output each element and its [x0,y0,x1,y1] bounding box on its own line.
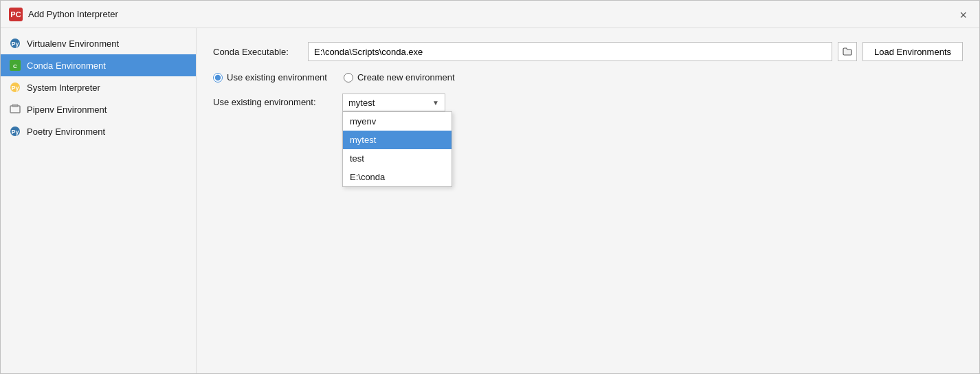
conda-executable-input[interactable] [308,42,832,61]
dropdown-item-mytest[interactable]: mytest [343,131,452,149]
env-select-wrapper: mytest ▼ myenv mytest test E:\conda [342,94,445,111]
env-select-value: mytest [348,98,375,108]
radio-create-new-input[interactable] [344,73,353,82]
sidebar-item-virtualenv[interactable]: Py Virtualenv Environment [1,32,196,54]
dialog-body: Py Virtualenv Environment C Conda Enviro… [1,28,979,373]
pipenv-icon [9,103,21,116]
dropdown-item-myenv[interactable]: myenv [343,112,452,131]
svg-text:Py: Py [11,85,19,91]
close-button[interactable]: × [955,8,971,23]
radio-use-existing-input[interactable] [213,73,223,82]
browse-button[interactable] [838,42,857,61]
sidebar-item-poetry[interactable]: Py Poetry Environment [1,120,196,142]
radio-row: Use existing environment Create new envi… [213,72,963,82]
conda-executable-row: Conda Executable: Load Environments [213,42,963,61]
chevron-down-icon: ▼ [432,99,439,107]
use-existing-label: Use existing environment: [213,94,337,107]
sidebar-item-pipenv[interactable]: Pipenv Environment [1,98,196,120]
title-bar: PC Add Python Interpreter × [1,1,979,28]
radio-create-new[interactable]: Create new environment [344,72,455,82]
conda-executable-label: Conda Executable: [213,47,302,57]
main-content: Conda Executable: Load Environments Use … [197,28,979,373]
dialog-title: Add Python Interpreter [28,9,118,19]
sidebar-label-pipenv: Pipenv Environment [27,104,107,115]
sidebar-label-system: System Interpreter [27,82,100,93]
system-icon: Py [9,81,21,94]
folder-icon [843,47,852,56]
sidebar-label-poetry: Poetry Environment [27,126,105,137]
dropdown-item-econda[interactable]: E:\conda [343,168,452,186]
svg-text:C: C [13,63,17,69]
dropdown-item-test[interactable]: test [343,149,452,168]
dialog-window: PC Add Python Interpreter × Py Virtualen… [0,0,980,374]
radio-create-new-label: Create new environment [357,72,455,82]
sidebar-item-system[interactable]: Py System Interpreter [1,76,196,98]
sidebar-label-conda: Conda Environment [27,60,106,71]
load-environments-button[interactable]: Load Environments [862,42,963,61]
sidebar: Py Virtualenv Environment C Conda Enviro… [1,28,197,373]
svg-text:Py: Py [11,129,19,135]
poetry-icon: Py [9,125,21,138]
env-select-row: Use existing environment: mytest ▼ myenv… [213,94,963,111]
sidebar-label-virtualenv: Virtualenv Environment [27,38,119,49]
svg-text:Py: Py [11,41,19,47]
env-dropdown-menu: myenv mytest test E:\conda [342,111,452,187]
sidebar-item-conda[interactable]: C Conda Environment [1,54,196,76]
radio-use-existing-label: Use existing environment [227,72,327,82]
virtualenv-icon: Py [9,37,21,50]
radio-use-existing[interactable]: Use existing environment [213,72,327,82]
app-icon: PC [9,8,23,21]
env-select-display[interactable]: mytest ▼ [342,94,445,111]
conda-icon: C [9,59,21,72]
